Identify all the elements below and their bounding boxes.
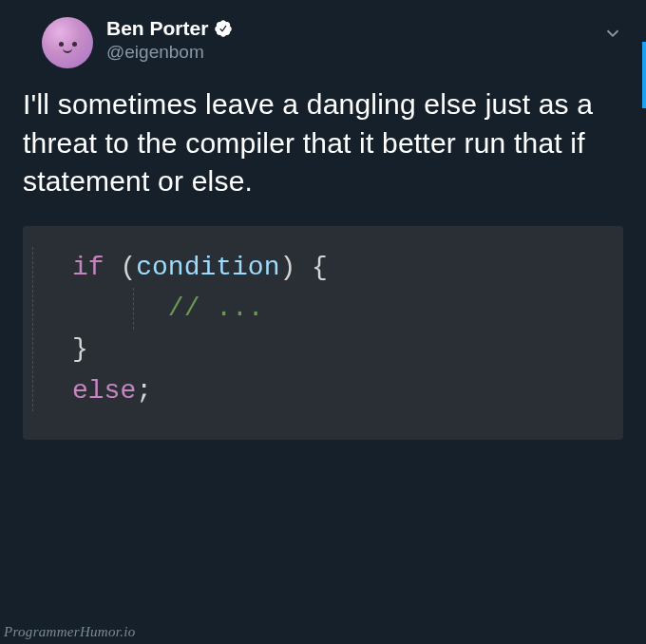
semicolon: ;	[136, 376, 152, 406]
close-brace: }	[72, 334, 88, 364]
code-line-3: }	[72, 329, 597, 369]
watermark: ProgrammerHumor.io	[4, 624, 136, 640]
code-line-1: if (condition) {	[72, 247, 597, 288]
code-image: if (condition) { // ... } else;	[23, 226, 623, 441]
user-handle[interactable]: @eigenbom	[106, 42, 233, 63]
identifier-condition: condition	[136, 253, 279, 282]
tweet-card: Ben Porter @eigenbom I'll sometimes leav…	[0, 0, 646, 440]
close-paren-brace: ) {	[279, 253, 327, 282]
avatar[interactable]	[42, 17, 93, 68]
more-button[interactable]	[602, 23, 623, 47]
chevron-down-icon	[602, 30, 623, 47]
gutter-guide	[32, 247, 33, 412]
verified-badge-icon	[214, 19, 233, 38]
keyword-if: if	[72, 253, 104, 282]
code-line-2: // ...	[72, 288, 597, 329]
comment: // ...	[168, 294, 264, 323]
display-name[interactable]: Ben Porter	[106, 17, 208, 40]
tweet-header: Ben Porter @eigenbom	[23, 17, 623, 68]
keyword-else: else	[72, 376, 136, 406]
tweet-text: I'll sometimes leave a dangling else jus…	[23, 85, 623, 201]
code-line-4: else;	[72, 370, 597, 411]
accent-bar	[642, 42, 646, 108]
user-info: Ben Porter @eigenbom	[106, 17, 233, 63]
open-paren: (	[104, 253, 137, 282]
indent	[72, 294, 168, 323]
